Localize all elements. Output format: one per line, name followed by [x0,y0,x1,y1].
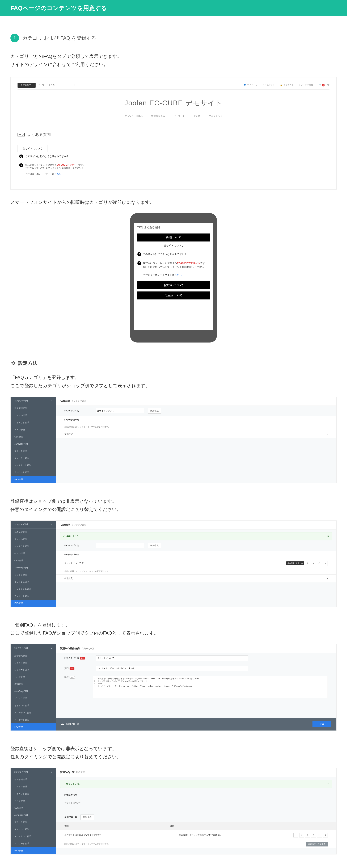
new-button[interactable]: 新規作成 [81,814,94,820]
sidebar-item[interactable]: キャッシュ管理 [10,455,56,462]
phone-cat-button[interactable]: 発送について [137,234,210,242]
sidebar-item[interactable]: レイアウト管理 [10,790,56,797]
corporate-link[interactable]: こちら [55,173,61,175]
sidebar-item[interactable]: キャッシュ管理 [10,702,56,709]
sidebar-item[interactable]: 新着情報管理 [10,529,56,536]
sidebar-item[interactable]: ファイル管理 [10,659,56,666]
back-link[interactable]: ◀◀個別FAQ一覧 [61,722,79,726]
sidebar-item[interactable]: CSS管理 [10,433,56,440]
faq-question-row[interactable]: Q このサイトはどのようなサイトですか？ [18,152,329,161]
sidebar-item[interactable]: ブロック管理 [10,571,56,579]
phone-cat-button[interactable]: お支払いについて [137,281,210,289]
phone-question[interactable]: Qこのサイトはどのようなサイトですか？ [137,250,210,259]
side-section-toggle[interactable]: コンテンツ管理▲ [10,644,56,652]
field-label: FAQカテゴリ名 [64,544,92,547]
sidebar-item[interactable]: CSS管理 [10,681,56,688]
category-row[interactable]: 初期設定 ▾ [56,575,337,582]
sidebar-item[interactable]: JavaScript管理 [10,688,56,695]
sidebar-item[interactable]: ブロック管理 [10,447,56,455]
category-select[interactable]: 当サイトについて [96,655,248,661]
sidebar-item[interactable]: ページ管理 [10,797,56,804]
sidebar-item[interactable]: ファイル管理 [10,412,56,419]
move-down-icon[interactable]: ↓ [299,833,304,837]
sidebar-item[interactable]: キャッシュ管理 [10,579,56,586]
sidebar-item[interactable]: 新着情報管理 [10,776,56,783]
sidebar-item[interactable]: JavaScript管理 [10,440,56,447]
move-up-icon[interactable]: ↑ [293,833,298,837]
sidebar-item-faq[interactable]: FAQ管理 [10,600,56,607]
mypage-link[interactable]: 👤 マイページ [244,84,257,87]
new-button[interactable]: 新規作成 [148,408,161,413]
sidebar-item[interactable]: ページ管理 [10,550,56,557]
category-row[interactable]: 初期設定 ▾ [56,430,337,438]
logout-link[interactable]: 🔒 ログアウト [280,84,294,87]
sidebar-item[interactable]: アンケート管理 [10,593,56,600]
drag-handle-icon[interactable]: ≡ [323,561,328,566]
sidebar-item[interactable]: ファイル管理 [10,536,56,543]
sidebar-item[interactable]: アンケート管理 [10,840,56,847]
sidebar-item[interactable]: レイアウト管理 [10,666,56,674]
sidebar-item-faq[interactable]: FAQ管理 [10,847,56,854]
sidebar-item[interactable]: キャッシュ管理 [10,826,56,833]
search-icon[interactable]: ⌕ [74,84,75,87]
sidebar-item[interactable]: レイアウト管理 [10,543,56,550]
cart-link[interactable]: 🛒0 ¥0 [319,84,329,87]
favorites-link[interactable]: ♥ お気に入り [262,84,275,87]
sidebar-item[interactable]: ブロック管理 [10,819,56,826]
category-select[interactable]: 全ての商品 ▾ [18,83,36,88]
sidebar-item[interactable]: メンテナンス管理 [10,462,56,469]
nav-item[interactable]: 新入荷 [193,115,200,118]
phone-cat-button[interactable]: ご注文について [137,291,210,300]
edit-icon[interactable]: ✎ [305,561,310,566]
side-section-toggle[interactable]: コンテンツ管理▲ [10,521,56,529]
visibility-icon[interactable]: ⊘ [311,833,316,837]
sidebar-item-faq[interactable]: FAQ管理 [10,476,56,483]
new-button[interactable]: 新規作成 [148,543,161,548]
close-icon[interactable]: ✕ [327,535,329,537]
sidebar-item[interactable]: メンテナンス管理 [10,586,56,593]
field-label: FAQカテゴリ [64,794,77,797]
drag-handle-icon[interactable]: ≡ [323,833,328,837]
nav-item[interactable]: アイスサンド [209,115,222,118]
search-input[interactable] [37,83,72,87]
side-section-toggle[interactable]: コンテンツ管理▲ [10,397,56,405]
side-section-toggle[interactable]: コンテンツ管理▲ [10,768,56,776]
sidebar-item[interactable]: CSS管理 [10,804,56,812]
corporate-link[interactable]: こちら [175,273,182,276]
admin-screenshot-4: コンテンツ管理▲ 新着情報管理 ファイル管理 レイアウト管理 ページ管理 CSS… [10,768,337,855]
sidebar-item[interactable]: メンテナンス管理 [10,833,56,840]
category-name-input[interactable] [96,408,144,413]
sidebar-item[interactable]: ファイル管理 [10,783,56,790]
intro-text: カテゴリごとのFAQをタブで分類して表示できます。 サイトのデザインに合わせてご… [10,52,337,69]
nav-item[interactable]: 冷凍韓国食品 [151,115,165,118]
sidebar-item[interactable]: JavaScript管理 [10,564,56,571]
sidebar-item[interactable]: ページ管理 [10,426,56,433]
nav-item[interactable]: ダウンロード商品 [125,115,143,118]
sidebar-item[interactable]: メンテナンス管理 [10,709,56,716]
sidebar-item[interactable]: 新着情報管理 [10,652,56,659]
visibility-icon[interactable]: ⊘ [311,561,316,566]
faq-link[interactable]: ? よくある質問 [299,84,313,87]
delete-icon[interactable]: 🗑 [317,561,322,566]
register-button[interactable]: 登録 [313,721,331,727]
visibility-toggle-button[interactable]: 非表示中｜表示する [306,842,328,846]
category-name-input[interactable] [96,543,144,548]
sidebar-item[interactable]: JavaScript管理 [10,812,56,819]
settings-p4: 登録直後はショップ側では非表示となっています。 任意のタイミングで公開設定に切り… [10,745,337,761]
edit-icon[interactable]: ✎ [305,833,310,837]
sidebar-item[interactable]: 新着情報管理 [10,405,56,412]
question-input[interactable] [96,666,248,671]
nav-item[interactable]: ジェラート [174,115,185,118]
sidebar-item-faq[interactable]: FAQ管理 [10,723,56,731]
answer-textarea[interactable] [93,676,328,699]
sidebar-item[interactable]: ページ管理 [10,674,56,681]
sidebar-item[interactable]: アンケート管理 [10,469,56,476]
close-icon[interactable]: ✕ [317,833,322,837]
sidebar-item[interactable]: ブロック管理 [10,695,56,702]
close-icon[interactable]: ✕ [327,782,329,785]
sidebar-item[interactable]: レイアウト管理 [10,419,56,426]
faq-tab[interactable]: 当サイトについて [18,145,48,152]
phone-cat-active[interactable]: 当サイトについて [137,242,210,250]
sidebar-item[interactable]: CSS管理 [10,557,56,564]
sidebar-item[interactable]: アンケート管理 [10,716,56,723]
